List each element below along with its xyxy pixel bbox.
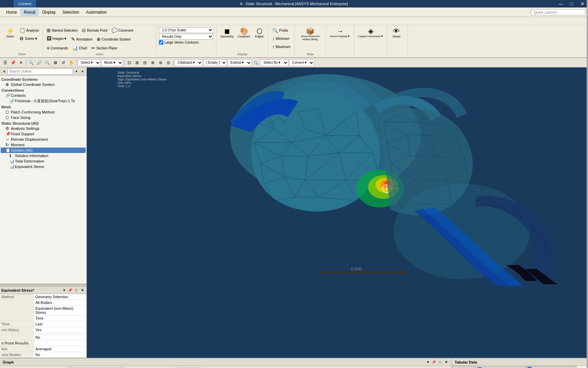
toolbar-btn-1[interactable]: ⊡	[126, 59, 133, 66]
menu-selection[interactable]: Selection	[59, 9, 82, 16]
outline-scrollbar[interactable]	[0, 283, 86, 286]
show-reduced-button[interactable]: 📦 Show Reduced Model (Beta)	[297, 27, 324, 42]
tree-patch[interactable]: ⬡ Patch Conforming Method	[1, 109, 86, 115]
anim-play[interactable]: ▶	[27, 367, 34, 368]
detail-val-stress[interactable]: Equivalent (von-Mises) Stress	[34, 306, 86, 316]
toolbar-zoom-box[interactable]: 🔍	[27, 59, 35, 66]
vector-display-button[interactable]: → Vector Display▼	[328, 27, 352, 39]
graph-close[interactable]: ✕	[443, 359, 449, 365]
anim-ctrl1[interactable]: ⊡	[159, 367, 166, 368]
toolbar-btn-4[interactable]: ⊛	[149, 59, 157, 66]
toolbar-outline-toggle[interactable]: ☰	[1, 59, 9, 66]
analysis-button[interactable]: 📋 Analysis	[18, 27, 40, 34]
minimize-button[interactable]: —	[555, 0, 566, 7]
menu-automation[interactable]: Automation	[83, 9, 110, 16]
tree-face-sizing[interactable]: ⬡ Face Sizing	[1, 115, 86, 120]
tree-equiv-stress[interactable]: 📊 Equivalent Stress	[1, 164, 86, 169]
select-by-dropdown[interactable]: Select By▼	[260, 59, 289, 66]
edges-button[interactable]: ⬡ Edges	[252, 27, 266, 39]
details-ctrl-3[interactable]: □	[74, 288, 79, 293]
tree-contacts[interactable]: 🔗 Contacts	[1, 93, 86, 98]
anim-export[interactable]: 💾	[125, 367, 133, 368]
contours-button[interactable]: 🎨 Contours	[236, 27, 252, 39]
toolbar-zoom-out[interactable]: 🔍	[44, 59, 51, 66]
mesh-visualization[interactable]: 0.000	[87, 67, 588, 286]
probe-button[interactable]: 🔍 Probe	[271, 27, 290, 34]
images-button[interactable]: 🖼 Images▼	[45, 35, 69, 42]
capped-isosurface-button[interactable]: ◈ Capped Isosurface▼	[356, 27, 385, 39]
anim-chart[interactable]: 📊	[142, 367, 150, 368]
named-selection-button[interactable]: ⊞ Named Selection	[45, 27, 79, 34]
commands-button[interactable]: ≡ Commands	[45, 44, 69, 52]
clipboard-dropdown[interactable]: Clipboard▼	[175, 59, 203, 66]
minimum-button[interactable]: ↓ Minimum	[271, 35, 291, 42]
detail-val-time[interactable]: Last	[34, 321, 86, 327]
search-outline-input[interactable]	[7, 68, 73, 75]
views-button[interactable]: 👁 Views	[390, 27, 403, 39]
geometry-button[interactable]: ◼ Geometry	[218, 27, 235, 39]
detail-val-method[interactable]: Geometry Selection	[34, 294, 86, 300]
anim-end[interactable]: ▶|	[43, 367, 51, 368]
toolbar-btn-6[interactable]: ⊝	[165, 59, 172, 66]
outline-search-btn[interactable]: ▾	[74, 69, 79, 74]
tree-sol-info[interactable]: ℹ Solution Information	[1, 153, 86, 158]
toolbar-zoom-all[interactable]: ⊠	[52, 59, 59, 66]
extend-dropdown[interactable]: Extend▼	[227, 59, 252, 66]
convert-dropdown[interactable]: Convert▼	[289, 59, 314, 66]
scale-select[interactable]: 1.0 (True Scale)	[159, 27, 213, 33]
maximize-button[interactable]: □	[566, 0, 577, 7]
solve-button[interactable]: ⚡ Solve	[3, 27, 17, 39]
graph-ctrl-1[interactable]: ▾	[425, 359, 430, 365]
toolbar-zoom-in[interactable]: 🔎	[35, 59, 43, 66]
details-close[interactable]: ✕	[80, 288, 85, 293]
toolbar-pin[interactable]: 📌	[9, 59, 17, 66]
chart-button[interactable]: 📊 Chart	[70, 44, 89, 52]
select-dropdown[interactable]: Select▼	[78, 59, 101, 66]
anim-loop[interactable]: ⊞	[51, 367, 59, 368]
context-tab[interactable]: Context	[14, 0, 36, 7]
outline-ctrl-1[interactable]: ▾	[1, 69, 7, 74]
coordinate-system-button[interactable]: ⊕ Coordinate System	[95, 35, 132, 43]
tabular-scroll[interactable]: Time [s] Minimum [MPa] Maximum [MPa] 1	[452, 366, 588, 368]
maximum-button[interactable]: ↑ Maximum	[271, 43, 292, 50]
viewport[interactable]: 3.3162e+003 2.9484e+003 2.5806e+003 2.21…	[87, 67, 588, 358]
quick-launch-input[interactable]	[531, 9, 585, 15]
tree-analysis[interactable]: ⚙ Analysis Settings	[1, 126, 86, 131]
anim-start[interactable]: |◀	[19, 367, 26, 368]
outline-dropdown[interactable]: ▾	[80, 69, 85, 74]
tree-global-coord[interactable]: ⊕ Global Coordinate System	[1, 82, 86, 87]
details-ctrl-1[interactable]: ▾	[61, 288, 67, 293]
tree-moment[interactable]: ↻ Moment	[1, 142, 86, 148]
toolbar-btn-3[interactable]: ⊟	[141, 59, 149, 66]
anim-arrow[interactable]: →	[150, 367, 158, 368]
tree-frictional[interactable]: 🔗 Frictional - 小直齿轮(GearTrax)-1 To	[1, 98, 86, 104]
menu-result[interactable]: Result	[20, 9, 39, 16]
large-vertex-checkbox[interactable]	[159, 40, 163, 45]
solver-button[interactable]: ⚙ Solver▼	[18, 35, 40, 42]
anim-ctrl2[interactable]: ⊞	[167, 367, 174, 368]
graph-ctrl-2[interactable]: 📌	[431, 359, 437, 365]
toolbar-btn-2[interactable]: ⊞	[133, 59, 141, 66]
mode-dropdown[interactable]: Mode▼	[101, 59, 123, 66]
detail-val-cross[interactable]: No	[34, 352, 86, 358]
anim-stop[interactable]: ■	[35, 367, 43, 368]
tree-remote[interactable]: ↔ Remote Displacement	[1, 137, 86, 142]
tabular-resize-handle[interactable]	[587, 0, 588, 368]
toolbar-zoom-icon[interactable]: 🔍	[252, 59, 260, 66]
graph-ctrl-3[interactable]: □	[437, 359, 443, 365]
results-select[interactable]: Results Only	[159, 34, 213, 40]
toolbar-btn-5[interactable]: ⊜	[157, 59, 164, 66]
tree-total-def[interactable]: 📊 Total Deformation	[1, 158, 86, 164]
tree-fixed[interactable]: 📌 Fixed Support	[1, 131, 86, 137]
detail-val-time-hist[interactable]: Yes	[34, 327, 86, 333]
toolbar-rotate[interactable]: ↺	[60, 59, 67, 66]
section-plane-button[interactable]: ✂ Section Plane	[89, 44, 119, 52]
toolbar-pan[interactable]: ✋	[67, 59, 75, 66]
tree-solution[interactable]: 📋 Solution (A6)	[1, 148, 86, 153]
menu-home[interactable]: Home	[3, 9, 20, 16]
annotation-button[interactable]: ✎ Annotation	[69, 35, 94, 43]
comment-button[interactable]: 💬 Comment	[110, 27, 135, 34]
anim-zoom[interactable]: 🔍	[133, 367, 141, 368]
anim-pingpong[interactable]: ⇌	[60, 367, 67, 368]
toolbar-close[interactable]: ✕	[17, 59, 25, 66]
